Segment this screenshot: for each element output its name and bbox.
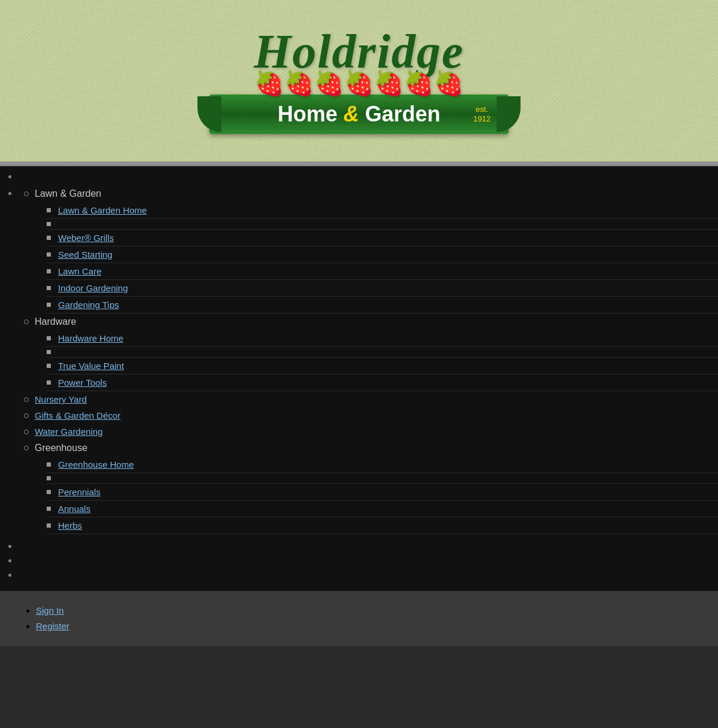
square-bullet [47,286,51,290]
square-bullet [47,208,51,212]
nav-bullet-1 [18,169,718,184]
square-bullet [47,336,51,340]
square-bullet [47,236,51,240]
hardware-home-link[interactable]: Hardware Home [58,333,123,343]
nav-bullet-4 [18,553,718,568]
square-bullet [47,269,51,273]
perennials-link[interactable]: Perennials [58,487,101,497]
greenhouse-items: Greenhouse Home Perennials Annuals [24,456,718,534]
inner-item: Perennials [47,484,718,501]
square-bullet [47,252,51,257]
inner-item: Greenhouse Home [47,456,718,473]
lawn-garden-label: Lawn & Garden [35,188,101,199]
lawn-garden-section-row: Lawn & Garden [24,185,718,202]
square-bullet [47,523,51,528]
inner-item: Lawn Care [47,263,718,280]
inner-item: Seed Starting [47,246,718,263]
inner-item [47,473,718,484]
strawberry-icon: 🍓 [404,69,434,98]
gifts-section-row: Gifts & Garden Décor [24,407,718,424]
square-bullet [47,476,51,480]
inner-item [47,347,718,358]
expanded-nav: Lawn & Garden Lawn & Garden Home Weber® … [18,185,718,534]
inner-item: Gardening Tips [47,297,718,313]
power-tools-link[interactable]: Power Tools [58,377,107,388]
inner-item: Hardware Home [47,330,718,347]
lawn-garden-home-link[interactable]: Lawn & Garden Home [58,205,147,215]
circle-bullet [24,413,29,418]
inner-item: Indoor Gardening [47,280,718,297]
top-nav-list: Lawn & Garden Lawn & Garden Home Weber® … [9,169,718,536]
seed-starting-link[interactable]: Seed Starting [58,249,112,260]
lawn-care-link[interactable]: Lawn Care [58,266,102,276]
lawn-garden-items: Lawn & Garden Home Weber® Grills Seed St… [24,202,718,313]
greenhouse-section-row: Greenhouse [24,440,718,456]
inner-item: Weber® Grills [47,230,718,246]
circle-bullet [24,319,29,324]
water-gardening-section-row: Water Gardening [24,424,718,440]
site-title: Holdridge [254,28,464,75]
weber-grills-link[interactable]: Weber® Grills [58,233,114,243]
sign-in-item: Sign In [36,603,700,619]
square-bullet [47,490,51,494]
nav-bullet-2: Lawn & Garden Lawn & Garden Home Weber® … [18,184,718,536]
inner-item: Power Tools [47,374,718,391]
register-item: Register [36,619,700,634]
bottom-nav-list [9,539,718,582]
strawberry-icon: 🍓 [254,69,284,98]
register-link[interactable]: Register [36,621,69,631]
square-bullet [47,462,51,467]
gardening-tips-link[interactable]: Gardening Tips [58,300,119,310]
est-badge: est. 1912 [473,105,491,123]
square-bullet [47,303,51,307]
true-value-paint-link[interactable]: True Value Paint [58,361,124,371]
circle-bullet [24,191,29,196]
greenhouse-label: Greenhouse [35,443,87,453]
herbs-link[interactable]: Herbs [58,520,82,531]
annuals-link[interactable]: Annuals [58,504,90,514]
square-bullet [47,350,51,354]
nav-bullet-5 [18,568,718,582]
strawberry-icon: 🍓 [284,69,314,98]
hardware-section-row: Hardware [24,313,718,330]
strawberry-icon: 🍓 [374,69,404,98]
sign-in-link[interactable]: Sign In [36,605,64,616]
logo-container: Holdridge 🍓 🍓 🍓 🍓 🍓 🍓 🍓 Home & Garden es… [203,28,515,134]
circle-bullet [24,397,29,402]
strawberry-decoration: 🍓 🍓 🍓 🍓 🍓 🍓 🍓 [254,69,464,98]
main-navigation: Lawn & Garden Lawn & Garden Home Weber® … [0,166,718,591]
strawberry-icon: 🍓 [344,69,374,98]
banner-text: Home & Garden [278,102,440,126]
nursery-yard-section-row: Nursery Yard [24,391,718,407]
inner-item: Annuals [47,501,718,517]
divider [0,162,718,166]
inner-item [47,219,718,230]
indoor-gardening-link[interactable]: Indoor Gardening [58,283,128,293]
inner-item: Herbs [47,517,718,534]
square-bullet [47,222,51,226]
hardware-label: Hardware [35,316,76,327]
square-bullet [47,507,51,511]
gifts-garden-decor-link[interactable]: Gifts & Garden Décor [35,410,120,421]
hardware-items: Hardware Home True Value Paint Power Too… [24,330,718,391]
circle-bullet [24,430,29,434]
square-bullet [47,364,51,368]
site-header: Holdridge 🍓 🍓 🍓 🍓 🍓 🍓 🍓 Home & Garden es… [0,0,718,162]
water-gardening-link[interactable]: Water Gardening [35,427,103,437]
inner-item: Lawn & Garden Home [47,202,718,219]
circle-bullet [24,446,29,450]
auth-list: Sign In Register [18,603,700,634]
greenhouse-home-link[interactable]: Greenhouse Home [58,459,134,470]
banner: Home & Garden est. 1912 [209,95,509,134]
inner-item: True Value Paint [47,358,718,374]
nav-bullet-3 [18,539,718,553]
nursery-yard-link[interactable]: Nursery Yard [35,394,87,404]
ampersand: & [343,102,359,126]
strawberry-icon: 🍓 [434,69,464,98]
strawberry-icon: 🍓 [314,69,344,98]
auth-section: Sign In Register [0,591,718,646]
square-bullet [47,380,51,385]
